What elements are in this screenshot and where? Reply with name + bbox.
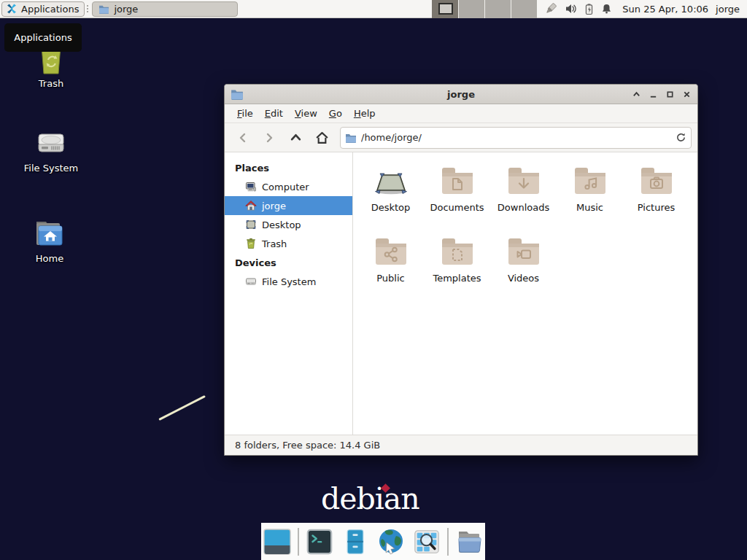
- menu-file[interactable]: File: [232, 106, 258, 121]
- home-icon: [245, 200, 257, 211]
- shade-button[interactable]: [631, 89, 641, 99]
- directory-menu-button[interactable]: [454, 526, 484, 557]
- folder-item-pictures[interactable]: Pictures: [623, 160, 689, 230]
- desktop-icon-file-system[interactable]: File System: [15, 125, 88, 174]
- top-panel: Applications jorge: [0, 0, 747, 18]
- sidebar-item-desktop[interactable]: Desktop: [225, 215, 352, 234]
- stylus-icon[interactable]: [544, 2, 557, 15]
- web-browser-button[interactable]: [376, 526, 406, 557]
- templates-folder-icon: [440, 235, 475, 270]
- computer-icon: [245, 181, 257, 192]
- tooltip-text: Applications: [14, 32, 71, 43]
- folder-label: Desktop: [371, 202, 411, 213]
- desktop-icon-label: Home: [13, 253, 86, 264]
- back-button[interactable]: [231, 127, 255, 149]
- folder-label: Public: [376, 273, 404, 284]
- show-desktop-button[interactable]: [262, 526, 293, 557]
- taskbar-window-button[interactable]: jorge: [92, 1, 238, 17]
- terminal-icon: [306, 528, 333, 556]
- sidebar-item-jorge[interactable]: jorge: [225, 196, 352, 215]
- menu-view[interactable]: View: [290, 106, 322, 121]
- workspace-2[interactable]: [458, 0, 484, 18]
- menu-edit[interactable]: Edit: [260, 106, 288, 121]
- workspace-4[interactable]: [511, 0, 537, 18]
- folder-item-downloads[interactable]: Downloads: [490, 160, 557, 230]
- menu-go[interactable]: Go: [324, 106, 347, 121]
- folder-item-public[interactable]: Public: [357, 230, 424, 301]
- close-button[interactable]: [681, 89, 692, 99]
- cursor-trail-line: [158, 395, 206, 421]
- notifications-bell-icon[interactable]: [601, 3, 612, 15]
- folder-item-music[interactable]: Music: [557, 160, 623, 230]
- file-cabinet-button[interactable]: [340, 526, 371, 557]
- applications-menu-button[interactable]: Applications: [1, 1, 85, 17]
- dock-panel: [261, 523, 485, 560]
- path-input[interactable]: [361, 132, 671, 143]
- folder-item-templates[interactable]: Templates: [424, 230, 490, 301]
- show-desktop-icon: [263, 527, 292, 556]
- app-finder-icon: [412, 528, 441, 556]
- desktop-icon-home[interactable]: Home: [13, 216, 86, 264]
- minimize-button[interactable]: [648, 89, 658, 99]
- dock-separator: [447, 528, 449, 556]
- sidebar-item-label: jorge: [262, 201, 286, 211]
- window-title: jorge: [225, 89, 697, 100]
- videos-folder-icon: [506, 235, 541, 270]
- folder-icon: [345, 133, 357, 143]
- maximize-button[interactable]: [665, 89, 675, 99]
- workspace-window-preview: [438, 3, 453, 15]
- menu-help[interactable]: Help: [349, 106, 381, 121]
- sidebar-item-computer[interactable]: Computer: [225, 177, 352, 196]
- reload-icon[interactable]: [676, 132, 686, 143]
- folder-label: Videos: [508, 273, 539, 284]
- terminal-button[interactable]: [304, 526, 335, 557]
- status-bar: 8 folders, Free space: 14.4 GiB: [225, 435, 697, 455]
- web-browser-globe-icon: [376, 527, 406, 556]
- directory-menu-folder-icon: [454, 527, 484, 556]
- debian-logo: debian: [321, 481, 419, 516]
- volume-icon[interactable]: [565, 3, 577, 15]
- folder-label: Pictures: [638, 202, 675, 213]
- workspace-switcher: [432, 0, 537, 18]
- places-header: Places: [225, 158, 352, 177]
- sidebar-item-label: File System: [262, 276, 316, 287]
- drive-icon: [15, 125, 88, 160]
- applications-tooltip: Applications: [4, 23, 82, 52]
- home-folder-icon: [13, 216, 86, 251]
- workspace-1[interactable]: [432, 0, 458, 18]
- sidebar-item-file-system[interactable]: File System: [225, 272, 352, 291]
- desktop-icon: [245, 219, 257, 230]
- panel-handle-icon[interactable]: [87, 3, 90, 15]
- xfce-logo-icon: [6, 3, 18, 15]
- file-cabinet-icon: [342, 527, 368, 556]
- sidebar-item-label: Desktop: [262, 219, 301, 230]
- panel-username[interactable]: jorge: [716, 4, 740, 15]
- dock-separator: [298, 528, 299, 556]
- folder-item-videos[interactable]: Videos: [490, 230, 557, 301]
- menu-bar: File Edit View Go Help: [225, 104, 697, 123]
- toolbar: [225, 123, 697, 152]
- music-folder-icon: [573, 164, 608, 199]
- devices-header: Devices: [225, 253, 352, 272]
- home-button[interactable]: [309, 127, 334, 149]
- panel-clock[interactable]: Sun 25 Apr, 10:06: [622, 4, 708, 15]
- forward-button[interactable]: [257, 127, 282, 149]
- battery-icon[interactable]: [584, 3, 594, 15]
- sidebar-item-trash[interactable]: Trash: [225, 234, 352, 253]
- public-folder-icon: [374, 235, 409, 270]
- folder-label: Templates: [433, 273, 481, 284]
- desktop-special-icon: [374, 164, 409, 199]
- folder-item-desktop[interactable]: Desktop: [357, 160, 424, 230]
- workspace-3[interactable]: [484, 0, 511, 18]
- folder-label: Downloads: [498, 202, 549, 213]
- up-button[interactable]: [283, 127, 308, 149]
- folder-icon: [98, 4, 109, 14]
- pictures-folder-icon: [639, 164, 674, 199]
- documents-folder-icon: [440, 164, 475, 199]
- window-titlebar[interactable]: jorge: [225, 85, 697, 104]
- folder-item-documents[interactable]: Documents: [424, 160, 490, 230]
- taskbar-window-label: jorge: [114, 4, 138, 15]
- desktop-icon-label: File System: [15, 163, 88, 174]
- trash-icon: [245, 238, 257, 249]
- app-finder-button[interactable]: [411, 526, 442, 557]
